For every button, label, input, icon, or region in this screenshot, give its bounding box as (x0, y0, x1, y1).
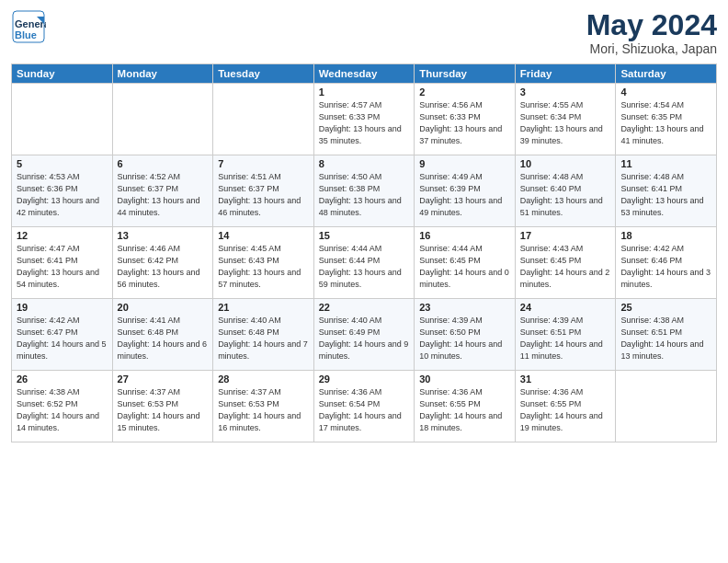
calendar-cell: 29Sunrise: 4:36 AM Sunset: 6:54 PM Dayli… (313, 371, 415, 442)
calendar-cell: 25Sunrise: 4:38 AM Sunset: 6:51 PM Dayli… (616, 299, 717, 371)
day-number: 7 (218, 158, 309, 169)
day-number: 13 (118, 230, 209, 241)
header-thursday: Thursday (415, 64, 516, 84)
cell-info: Sunrise: 4:43 AM Sunset: 6:45 PM Dayligh… (520, 243, 611, 291)
cell-info: Sunrise: 4:41 AM Sunset: 6:48 PM Dayligh… (118, 315, 209, 362)
day-number: 3 (520, 86, 611, 98)
calendar-cell (616, 371, 717, 442)
calendar-cell: 31Sunrise: 4:36 AM Sunset: 6:55 PM Dayli… (515, 371, 616, 442)
cell-info: Sunrise: 4:38 AM Sunset: 6:52 PM Dayligh… (17, 386, 108, 434)
calendar-cell: 1Sunrise: 4:57 AM Sunset: 6:33 PM Daylig… (313, 84, 415, 155)
day-number: 24 (520, 302, 611, 313)
calendar-cell: 14Sunrise: 4:45 AM Sunset: 6:43 PM Dayli… (213, 227, 314, 299)
day-number: 26 (17, 373, 108, 385)
calendar-subtitle: Mori, Shizuoka, Japan (586, 41, 717, 56)
day-number: 17 (520, 230, 611, 241)
day-number: 27 (118, 373, 209, 385)
cell-info: Sunrise: 4:36 AM Sunset: 6:55 PM Dayligh… (419, 386, 510, 434)
day-number: 6 (118, 158, 209, 169)
calendar-cell: 11Sunrise: 4:48 AM Sunset: 6:41 PM Dayli… (616, 155, 717, 227)
calendar-cell: 24Sunrise: 4:39 AM Sunset: 6:51 PM Dayli… (515, 299, 616, 371)
day-number: 22 (319, 302, 410, 313)
day-number: 8 (319, 158, 410, 169)
calendar-cell: 9Sunrise: 4:49 AM Sunset: 6:39 PM Daylig… (415, 155, 516, 227)
header: General Blue May 2024 Mori, Shizuoka, Ja… (11, 9, 717, 56)
cell-info: Sunrise: 4:37 AM Sunset: 6:53 PM Dayligh… (118, 386, 209, 434)
calendar-cell: 6Sunrise: 4:52 AM Sunset: 6:37 PM Daylig… (112, 155, 213, 227)
day-number: 11 (620, 158, 711, 169)
calendar-cell: 13Sunrise: 4:46 AM Sunset: 6:42 PM Dayli… (112, 227, 213, 299)
day-number: 15 (319, 230, 410, 241)
page: General Blue May 2024 Mori, Shizuoka, Ja… (0, 0, 728, 563)
cell-info: Sunrise: 4:56 AM Sunset: 6:33 PM Dayligh… (419, 99, 510, 147)
cell-info: Sunrise: 4:40 AM Sunset: 6:48 PM Dayligh… (218, 315, 309, 362)
day-number: 4 (620, 86, 711, 98)
calendar-cell (213, 84, 314, 155)
calendar-cell: 4Sunrise: 4:54 AM Sunset: 6:35 PM Daylig… (616, 84, 717, 155)
cell-info: Sunrise: 4:36 AM Sunset: 6:54 PM Dayligh… (319, 386, 410, 434)
cell-info: Sunrise: 4:50 AM Sunset: 6:38 PM Dayligh… (319, 171, 410, 219)
calendar-cell: 5Sunrise: 4:53 AM Sunset: 6:36 PM Daylig… (12, 155, 113, 227)
day-number: 2 (419, 86, 510, 98)
calendar-cell: 16Sunrise: 4:44 AM Sunset: 6:45 PM Dayli… (415, 227, 516, 299)
header-friday: Friday (515, 64, 616, 84)
cell-info: Sunrise: 4:45 AM Sunset: 6:43 PM Dayligh… (218, 243, 309, 291)
calendar-cell: 27Sunrise: 4:37 AM Sunset: 6:53 PM Dayli… (112, 371, 213, 442)
calendar-table: Sunday Monday Tuesday Wednesday Thursday… (11, 63, 717, 442)
cell-info: Sunrise: 4:54 AM Sunset: 6:35 PM Dayligh… (620, 99, 711, 147)
week-row-4: 19Sunrise: 4:42 AM Sunset: 6:47 PM Dayli… (12, 299, 717, 371)
cell-info: Sunrise: 4:36 AM Sunset: 6:55 PM Dayligh… (520, 386, 611, 434)
week-row-1: 1Sunrise: 4:57 AM Sunset: 6:33 PM Daylig… (12, 84, 717, 155)
cell-info: Sunrise: 4:44 AM Sunset: 6:44 PM Dayligh… (319, 243, 410, 291)
week-row-5: 26Sunrise: 4:38 AM Sunset: 6:52 PM Dayli… (12, 371, 717, 442)
calendar-cell: 21Sunrise: 4:40 AM Sunset: 6:48 PM Dayli… (213, 299, 314, 371)
day-number: 5 (17, 158, 108, 169)
day-number: 10 (520, 158, 611, 169)
calendar-cell (112, 84, 213, 155)
calendar-cell: 18Sunrise: 4:42 AM Sunset: 6:46 PM Dayli… (616, 227, 717, 299)
calendar-cell: 26Sunrise: 4:38 AM Sunset: 6:52 PM Dayli… (12, 371, 113, 442)
cell-info: Sunrise: 4:39 AM Sunset: 6:51 PM Dayligh… (520, 315, 611, 362)
day-number: 18 (620, 230, 711, 241)
day-number: 31 (520, 373, 611, 385)
calendar-cell: 20Sunrise: 4:41 AM Sunset: 6:48 PM Dayli… (112, 299, 213, 371)
cell-info: Sunrise: 4:51 AM Sunset: 6:37 PM Dayligh… (218, 171, 309, 219)
day-number: 9 (419, 158, 510, 169)
week-row-2: 5Sunrise: 4:53 AM Sunset: 6:36 PM Daylig… (12, 155, 717, 227)
day-number: 23 (419, 302, 510, 313)
cell-info: Sunrise: 4:48 AM Sunset: 6:40 PM Dayligh… (520, 171, 611, 219)
calendar-cell: 7Sunrise: 4:51 AM Sunset: 6:37 PM Daylig… (213, 155, 314, 227)
cell-info: Sunrise: 4:57 AM Sunset: 6:33 PM Dayligh… (319, 99, 410, 147)
day-number: 14 (218, 230, 309, 241)
calendar-cell: 8Sunrise: 4:50 AM Sunset: 6:38 PM Daylig… (313, 155, 415, 227)
week-row-3: 12Sunrise: 4:47 AM Sunset: 6:41 PM Dayli… (12, 227, 717, 299)
day-number: 1 (319, 86, 410, 98)
calendar-cell: 19Sunrise: 4:42 AM Sunset: 6:47 PM Dayli… (12, 299, 113, 371)
cell-info: Sunrise: 4:55 AM Sunset: 6:34 PM Dayligh… (520, 99, 611, 147)
header-saturday: Saturday (616, 64, 717, 84)
day-number: 12 (17, 230, 108, 241)
day-number: 30 (419, 373, 510, 385)
calendar-cell (12, 84, 113, 155)
calendar-cell: 30Sunrise: 4:36 AM Sunset: 6:55 PM Dayli… (415, 371, 516, 442)
calendar-cell: 17Sunrise: 4:43 AM Sunset: 6:45 PM Dayli… (515, 227, 616, 299)
cell-info: Sunrise: 4:53 AM Sunset: 6:36 PM Dayligh… (17, 171, 108, 219)
calendar-cell: 3Sunrise: 4:55 AM Sunset: 6:34 PM Daylig… (515, 84, 616, 155)
day-number: 28 (218, 373, 309, 385)
cell-info: Sunrise: 4:49 AM Sunset: 6:39 PM Dayligh… (419, 171, 510, 219)
logo-icon: General Blue (11, 9, 46, 44)
day-number: 16 (419, 230, 510, 241)
weekday-header-row: Sunday Monday Tuesday Wednesday Thursday… (12, 64, 717, 84)
svg-text:Blue: Blue (15, 29, 37, 40)
calendar-cell: 15Sunrise: 4:44 AM Sunset: 6:44 PM Dayli… (313, 227, 415, 299)
cell-info: Sunrise: 4:42 AM Sunset: 6:47 PM Dayligh… (17, 315, 108, 362)
logo: General Blue (11, 9, 46, 44)
calendar-cell: 23Sunrise: 4:39 AM Sunset: 6:50 PM Dayli… (415, 299, 516, 371)
day-number: 25 (620, 302, 711, 313)
day-number: 21 (218, 302, 309, 313)
cell-info: Sunrise: 4:47 AM Sunset: 6:41 PM Dayligh… (17, 243, 108, 291)
cell-info: Sunrise: 4:46 AM Sunset: 6:42 PM Dayligh… (118, 243, 209, 291)
day-number: 19 (17, 302, 108, 313)
cell-info: Sunrise: 4:52 AM Sunset: 6:37 PM Dayligh… (118, 171, 209, 219)
header-tuesday: Tuesday (213, 64, 314, 84)
